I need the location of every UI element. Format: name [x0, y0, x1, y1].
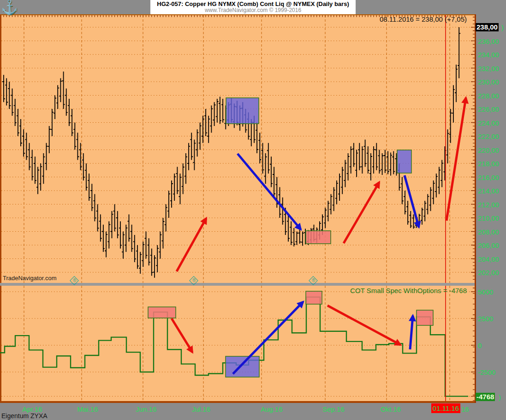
blue-annotation-box[interactable]	[397, 150, 411, 173]
red-trend-arrow[interactable]	[327, 306, 400, 345]
gridlines	[1, 15, 475, 401]
chart-header: ⚓ HG2-057: Copper HG NYMX (Comb) Cont Li…	[0, 0, 506, 14]
blue-trend-arrow[interactable]	[410, 316, 413, 349]
pink-annotation-box[interactable]	[417, 310, 433, 325]
chart-title: HG2-057: Copper HG NYMX (Comb) Cont Liq …	[157, 0, 349, 7]
red-trend-arrow[interactable]	[446, 98, 466, 221]
blue-trend-arrow[interactable]	[405, 175, 419, 227]
blue-annotation-box[interactable]	[226, 98, 259, 124]
red-trend-arrow[interactable]	[177, 218, 206, 271]
blue-trend-arrow[interactable]	[238, 154, 301, 229]
pink-annotation-box[interactable]	[148, 307, 176, 318]
red-trend-arrow[interactable]	[344, 182, 379, 243]
blue-annotation-box[interactable]	[226, 356, 259, 377]
chart-subtitle: www.TradeNavigator.com © 1999-2016	[157, 7, 349, 13]
blue-trend-arrow[interactable]	[233, 302, 303, 374]
price-bars	[2, 27, 460, 278]
cot-step-line	[0, 297, 468, 396]
chart-title-box: HG2-057: Copper HG NYMX (Comb) Cont Liq …	[150, 0, 355, 14]
tradenavigator-logo-icon: ⚓	[1, 0, 18, 15]
pink-annotation-box[interactable]	[306, 291, 322, 304]
chart-canvas[interactable]	[0, 0, 506, 420]
trade-navigator-window: ⚓ HG2-057: Copper HG NYMX (Comb) Cont Li…	[0, 0, 506, 420]
axis-ticks	[4, 15, 475, 401]
pink-annotation-box[interactable]	[306, 231, 331, 244]
red-trend-arrow[interactable]	[172, 318, 192, 352]
